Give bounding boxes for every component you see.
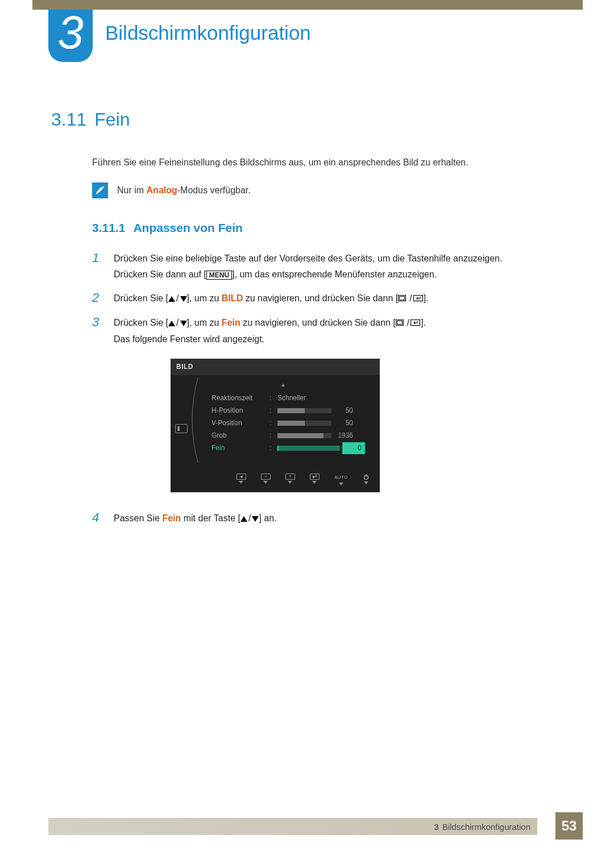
chapter-badge: 3: [48, 10, 93, 62]
top-accent-bar: [32, 0, 583, 10]
down-triangle-icon: [180, 296, 187, 302]
enter-icon: [410, 315, 421, 331]
note-text: Nur im Analog-Modus verfügbar.: [117, 185, 251, 196]
footer-chapter-title: Bildschirmkonfiguration: [442, 822, 530, 832]
osd-row-h-position: H-Position : 50: [194, 404, 372, 417]
subsection-number: 3.11.1: [92, 221, 125, 234]
step-1: 1 Drücken Sie eine beliebige Taste auf d…: [92, 251, 563, 283]
source-icon: [396, 315, 406, 331]
nav-target: Fein: [222, 318, 240, 327]
note-highlight: Analog: [147, 185, 177, 195]
up-triangle-icon: [168, 296, 175, 302]
osd-row-grob: Grob : 1936: [194, 429, 372, 442]
osd-auto-label: AUTO: [334, 474, 348, 485]
section-number: 3.11: [51, 109, 86, 130]
osd-slider: [277, 408, 331, 413]
down-triangle-icon: [180, 321, 187, 326]
step-4: 4 Passen Sie Fein mit der Taste [/] an.: [92, 510, 563, 526]
osd-slider-fill: [277, 421, 305, 426]
osd-footer: ◂ − + AUTO: [171, 471, 380, 487]
step-number: 2: [92, 290, 103, 307]
subsection-heading: 3.11.1Anpassen von Fein: [92, 221, 563, 235]
step-number: 4: [92, 510, 103, 526]
osd-minus-icon: −: [261, 474, 271, 485]
step-body: Drücken Sie [/], um zu BILD zu navigiere…: [114, 290, 563, 307]
enter-icon: [413, 291, 424, 307]
menu-key-icon: MENU: [206, 271, 232, 280]
page-number: 53: [562, 818, 577, 834]
osd-slider-fill: [277, 433, 323, 438]
osd-back-icon: ◂: [237, 474, 246, 485]
osd-row-fein-active: Fein : 0: [194, 442, 372, 454]
osd-row-reaktionszeit: Reaktionszeit : Schneller: [194, 392, 372, 404]
chapter-number: 3: [57, 9, 84, 56]
footer-bar: 3 Bildschirmkonfiguration: [48, 818, 537, 835]
footer-chapter-number: 3: [434, 822, 439, 832]
osd-slider-fill: [277, 446, 279, 451]
step-body: Drücken Sie [/], um zu Fein zu navigiere…: [114, 315, 563, 502]
step-number: 1: [92, 251, 103, 283]
page-number-badge: 53: [555, 812, 583, 840]
osd-plus-icon: +: [285, 474, 295, 485]
svg-rect-1: [400, 296, 405, 300]
section-title: Fein: [94, 109, 130, 130]
osd-scroll-up-icon: ▲: [194, 380, 372, 390]
section-intro: Führen Sie eine Feineinstellung des Bild…: [92, 157, 563, 168]
chapter-title: Bildschirmkonfiguration: [105, 22, 311, 44]
osd-category-icon: [175, 424, 188, 433]
step-body: Passen Sie Fein mit der Taste [/] an.: [114, 510, 563, 526]
up-triangle-icon: [240, 516, 247, 522]
osd-slider: [277, 433, 331, 438]
adjust-target: Fein: [162, 513, 181, 523]
section-heading: 3.11Fein: [51, 109, 563, 130]
section: 3.11Fein Führen Sie eine Feineinstellung…: [51, 109, 563, 534]
step-body: Drücken Sie eine beliebige Taste auf der…: [114, 251, 563, 283]
osd-title: BILD: [171, 359, 380, 375]
osd-power-icon: [363, 474, 370, 485]
steps-list: 1 Drücken Sie eine beliebige Taste auf d…: [92, 251, 563, 526]
note-row: Nur im Analog-Modus verfügbar.: [92, 182, 563, 198]
osd-slider-fill: [277, 408, 305, 413]
osd-slider: [277, 446, 340, 451]
osd-panel: BILD ▲ Reaktionszeit : Schneller H-Posit…: [171, 359, 380, 493]
up-triangle-icon: [168, 321, 175, 326]
source-icon: [398, 291, 408, 307]
svg-rect-4: [397, 321, 402, 324]
nav-target: BILD: [222, 293, 243, 303]
step-2: 2 Drücken Sie [/], um zu BILD zu navigie…: [92, 290, 563, 307]
osd-body: ▲ Reaktionszeit : Schneller H-Position :…: [171, 375, 380, 472]
note-icon: [92, 182, 108, 198]
osd-enter-icon: [310, 474, 320, 485]
step-number: 3: [92, 315, 103, 502]
step-3: 3 Drücken Sie [/], um zu Fein zu navigie…: [92, 315, 563, 502]
osd-curve-decoration: [190, 377, 199, 463]
osd-row-v-position: V-Position : 50: [194, 417, 372, 429]
osd-slider: [277, 421, 331, 426]
subsection-title: Anpassen von Fein: [133, 221, 243, 234]
down-triangle-icon: [252, 516, 259, 522]
